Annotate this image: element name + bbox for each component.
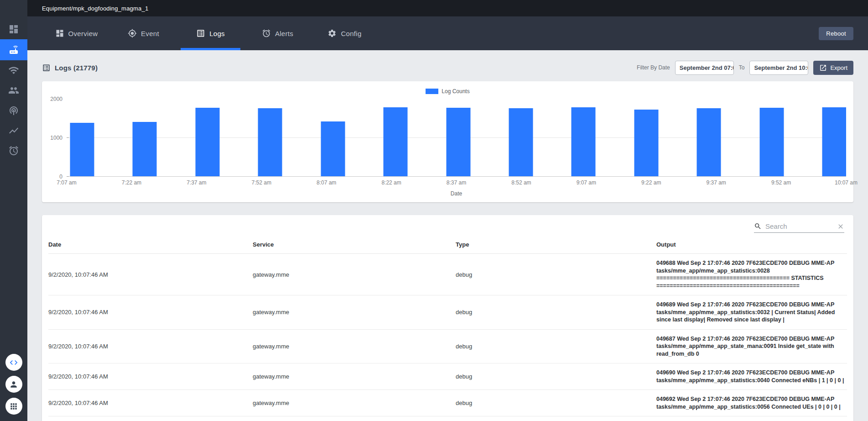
- alarm-icon: [262, 29, 271, 38]
- dashboard-icon: [55, 29, 64, 38]
- search-box: [754, 222, 844, 233]
- sidebar-item-dashboard[interactable]: [0, 19, 27, 39]
- search-input[interactable]: [765, 222, 833, 230]
- bar-8-22-am[interactable]: [384, 107, 408, 176]
- sidebar-nav: [0, 19, 27, 161]
- sidebar-item-network[interactable]: [0, 60, 27, 80]
- column-header-output: Output: [656, 241, 847, 248]
- clear-search-icon[interactable]: [837, 223, 844, 230]
- app-root: Equipment/mpk_dogfooding_magma_1 Overvie…: [0, 0, 868, 421]
- table-row: 9/2/2020, 10:07:46 AMgateway.mmedebug049…: [48, 330, 847, 364]
- breadcrumb-bar: Equipment/mpk_dogfooding_magma_1: [27, 0, 868, 16]
- page-content: Logs (21779) Filter By Date September 2n…: [27, 50, 868, 421]
- list-alt-icon: [196, 29, 205, 38]
- y-tickmark: [67, 137, 69, 138]
- table-row: 9/2/2020, 10:07:46 AMgateway.mmedebug049…: [48, 390, 847, 416]
- log-chart-card: Log Counts 010002000 7:07 am7:22 am7:37 …: [42, 81, 853, 202]
- page-title: Logs (21779): [55, 64, 98, 72]
- type-cell: debug: [456, 400, 656, 406]
- sidebar-apps-button[interactable]: [5, 398, 22, 415]
- export-button[interactable]: Export: [813, 61, 853, 75]
- sidebar-version-button[interactable]: [5, 354, 22, 371]
- date-filters: Filter By Date September 2nd 07:07 To Se…: [637, 61, 853, 75]
- wifi-tethering-icon: [8, 105, 19, 116]
- search-row: [48, 215, 847, 234]
- tab-overview[interactable]: Overview: [43, 16, 110, 50]
- start-date-input[interactable]: September 2nd 07:07: [675, 61, 734, 75]
- filter-by-date-label: Filter By Date: [637, 64, 670, 71]
- service-cell: gateway.mme: [253, 271, 456, 278]
- bar-7-52-am[interactable]: [258, 108, 282, 176]
- bar-8-52-am[interactable]: [509, 108, 533, 176]
- tab-bar: OverviewEventLogsAlertsConfigReboot: [27, 16, 868, 50]
- table-row: 9/2/2020, 10:07:46 AMgateway.mmedebug049…: [48, 363, 847, 390]
- bar-7-07-am[interactable]: [70, 123, 94, 176]
- logs-list-icon: [42, 63, 51, 72]
- column-header-service: Service: [253, 241, 456, 248]
- reboot-button[interactable]: Reboot: [819, 27, 853, 40]
- output-cell: 049690 Wed Sep 2 17:07:46 2020 7F623ECDE…: [656, 369, 847, 384]
- x-tick-label: 10:07 am: [835, 179, 858, 186]
- my-location-icon: [128, 29, 137, 38]
- end-date-input[interactable]: September 2nd 10:07: [749, 61, 808, 75]
- to-label: To: [739, 64, 745, 71]
- tab-alerts[interactable]: Alerts: [244, 16, 311, 50]
- y-tick-label: 2000: [50, 96, 62, 102]
- column-header-date: Date: [48, 241, 253, 248]
- bar-9-22-am[interactable]: [634, 110, 658, 176]
- service-cell: gateway.mme: [253, 373, 456, 380]
- tab-event[interactable]: Event: [110, 16, 177, 50]
- date-cell: 9/2/2020, 10:07:46 AM: [48, 309, 253, 316]
- x-tick-label: 9:52 am: [771, 179, 791, 186]
- bar-8-37-am[interactable]: [446, 108, 470, 176]
- tab-logs[interactable]: Logs: [177, 16, 244, 50]
- type-cell: debug: [456, 271, 656, 278]
- tab-label: Logs: [209, 30, 225, 37]
- tab-label: Alerts: [275, 30, 293, 37]
- service-cell: gateway.mme: [253, 400, 456, 406]
- alarm-icon: [8, 145, 19, 156]
- person-icon: [9, 380, 18, 389]
- x-tick-label: 8:52 am: [511, 179, 531, 186]
- y-tickmark: [67, 176, 69, 177]
- output-cell: 049688 Wed Sep 2 17:07:46 2020 7F623ECDE…: [656, 259, 847, 289]
- people-icon: [8, 85, 19, 96]
- sidebar-item-equipment[interactable]: [0, 39, 27, 60]
- gear-icon: [327, 29, 337, 38]
- service-cell: gateway.mme: [253, 343, 456, 350]
- tab-config[interactable]: Config: [311, 16, 378, 50]
- column-header-type: Type: [456, 241, 656, 248]
- chart-x-axis-title: Date: [67, 190, 846, 197]
- sidebar-footer: [5, 354, 22, 421]
- type-cell: debug: [456, 343, 656, 350]
- sidebar-item-subscribers[interactable]: [0, 80, 27, 100]
- bar-9-37-am[interactable]: [697, 108, 721, 176]
- left-sidebar: [0, 0, 27, 421]
- code-icon: [9, 358, 18, 367]
- section-header: Logs (21779) Filter By Date September 2n…: [42, 60, 853, 75]
- x-tick-label: 8:07 am: [317, 179, 336, 186]
- bar-9-52-am[interactable]: [759, 108, 784, 176]
- table-row: 9/2/2020, 10:07:46 AMgateway.mmedebug049…: [48, 295, 847, 330]
- bar-7-22-am[interactable]: [133, 122, 157, 176]
- x-tick-label: 9:07 am: [577, 179, 596, 186]
- export-icon: [819, 64, 827, 72]
- tab-label: Event: [141, 30, 159, 37]
- bar-7-37-am[interactable]: [195, 108, 219, 176]
- sidebar-account-button[interactable]: [5, 376, 22, 393]
- router-icon: [8, 44, 19, 55]
- sidebar-item-metrics[interactable]: [0, 121, 27, 141]
- bar-9-07-am[interactable]: [572, 107, 596, 176]
- dashboard-icon: [8, 24, 19, 35]
- bar-10-07-am[interactable]: [822, 107, 847, 176]
- tab-label: Config: [341, 30, 361, 37]
- chart-y-axis: 010002000: [49, 99, 67, 177]
- x-tick-label: 7:22 am: [122, 179, 141, 186]
- chart-line-icon: [8, 125, 19, 136]
- chart-legend: Log Counts: [49, 87, 846, 95]
- apps-icon: [9, 402, 18, 411]
- sidebar-item-call-tracing[interactable]: [0, 100, 27, 121]
- x-tick-label: 7:52 am: [252, 179, 271, 186]
- bar-8-07-am[interactable]: [321, 121, 345, 176]
- sidebar-item-alarms[interactable]: [0, 141, 27, 161]
